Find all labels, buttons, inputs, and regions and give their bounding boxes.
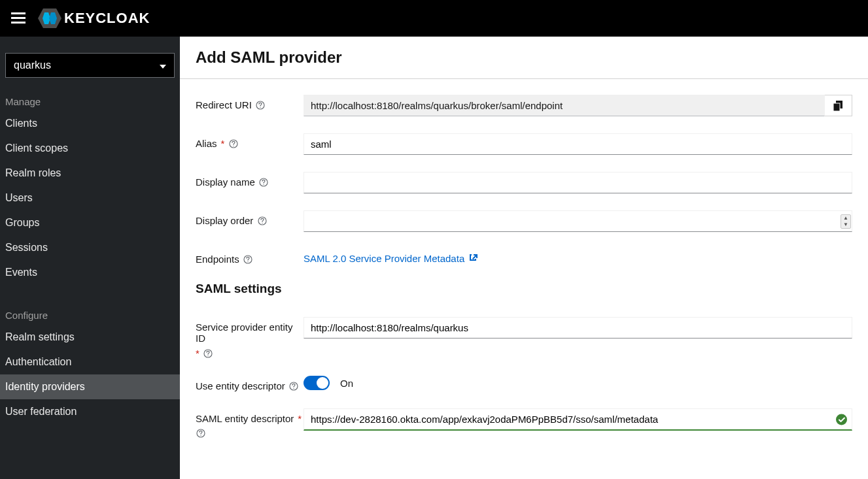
help-icon[interactable]	[203, 348, 213, 358]
svg-point-7	[260, 107, 261, 107]
keycloak-logo-icon	[38, 8, 61, 28]
help-icon[interactable]	[243, 254, 253, 264]
sp-entity-id-input[interactable]	[304, 317, 852, 339]
hamburger-icon	[11, 12, 26, 24]
svg-point-23	[200, 435, 201, 435]
redirect-uri-label: Redirect URI	[196, 99, 252, 110]
external-link-icon	[468, 253, 477, 264]
saml-entity-desc-label: SAML entity descriptor	[196, 413, 294, 424]
section-configure-label: Configure	[0, 305, 180, 325]
sidebar: quarkus Manage ClientsClient scopesRealm…	[0, 37, 180, 479]
svg-point-15	[262, 222, 262, 223]
sidebar-item-groups[interactable]: Groups	[0, 210, 180, 235]
use-entity-desc-label: Use entity descriptor	[196, 380, 285, 391]
svg-point-13	[264, 184, 264, 184]
realm-selector-value: quarkus	[14, 59, 51, 71]
saml-metadata-link-text: SAML 2.0 Service Provider Metadata	[304, 253, 464, 264]
top-header: KEYCLOAK	[0, 0, 868, 37]
sidebar-item-authentication[interactable]: Authentication	[0, 350, 180, 374]
redirect-uri-field[interactable]	[304, 95, 825, 116]
toggle-state-label: On	[340, 378, 353, 389]
alias-label: Alias	[196, 138, 217, 149]
svg-rect-2	[11, 22, 26, 24]
logo-text: KEYCLOAK	[64, 10, 150, 27]
required-asterisk: *	[221, 138, 225, 149]
step-up-icon[interactable]: ▲	[841, 215, 850, 222]
sidebar-item-events[interactable]: Events	[0, 260, 180, 285]
valid-check-icon	[836, 414, 847, 425]
logo[interactable]: KEYCLOAK	[38, 8, 150, 28]
svg-point-21	[294, 388, 294, 388]
svg-rect-1	[11, 17, 26, 19]
display-order-label: Display order	[196, 215, 253, 226]
required-asterisk: *	[298, 413, 302, 424]
section-manage-label: Manage	[0, 91, 180, 111]
help-icon[interactable]	[256, 100, 266, 110]
saml-metadata-link[interactable]: SAML 2.0 Service Provider Metadata	[304, 253, 477, 264]
required-asterisk: *	[196, 348, 200, 359]
endpoints-label: Endpoints	[196, 254, 239, 265]
help-icon[interactable]	[289, 381, 299, 391]
sidebar-item-sessions[interactable]: Sessions	[0, 235, 180, 260]
display-order-input[interactable]	[304, 210, 852, 232]
step-down-icon[interactable]: ▼	[841, 222, 850, 228]
sidebar-item-realm-roles[interactable]: Realm roles	[0, 161, 180, 186]
sp-entity-id-label: Service provider entity ID	[196, 322, 304, 344]
sidebar-item-clients[interactable]: Clients	[0, 111, 180, 136]
display-name-input[interactable]	[304, 172, 852, 193]
help-icon[interactable]	[259, 177, 269, 187]
use-entity-desc-toggle[interactable]	[304, 376, 330, 390]
page-header: Add SAML provider	[180, 37, 868, 79]
sidebar-item-client-scopes[interactable]: Client scopes	[0, 136, 180, 161]
realm-selector[interactable]: quarkus	[5, 53, 175, 78]
sidebar-item-users[interactable]: Users	[0, 186, 180, 210]
svg-point-11	[233, 145, 234, 146]
svg-rect-9	[833, 103, 840, 111]
sidebar-item-identity-providers[interactable]: Identity providers	[0, 374, 180, 399]
sidebar-item-realm-settings[interactable]: Realm settings	[0, 325, 180, 350]
saml-entity-desc-input[interactable]	[304, 408, 852, 431]
copy-button[interactable]	[825, 95, 852, 116]
number-stepper[interactable]: ▲ ▼	[841, 214, 851, 229]
page-title: Add SAML provider	[196, 48, 852, 67]
alias-input[interactable]	[304, 133, 852, 155]
help-icon[interactable]	[228, 139, 238, 148]
menu-toggle-button[interactable]	[5, 5, 31, 31]
sidebar-item-user-federation[interactable]: User federation	[0, 399, 180, 424]
svg-point-17	[248, 261, 249, 261]
help-icon[interactable]	[196, 428, 205, 438]
saml-settings-heading: SAML settings	[196, 282, 852, 296]
copy-icon	[833, 101, 843, 111]
svg-rect-0	[11, 12, 26, 14]
display-name-label: Display name	[196, 176, 255, 188]
main-content: Add SAML provider Redirect URI	[180, 37, 868, 479]
svg-point-19	[208, 355, 209, 355]
help-icon[interactable]	[257, 216, 267, 225]
caret-down-icon	[160, 59, 166, 71]
